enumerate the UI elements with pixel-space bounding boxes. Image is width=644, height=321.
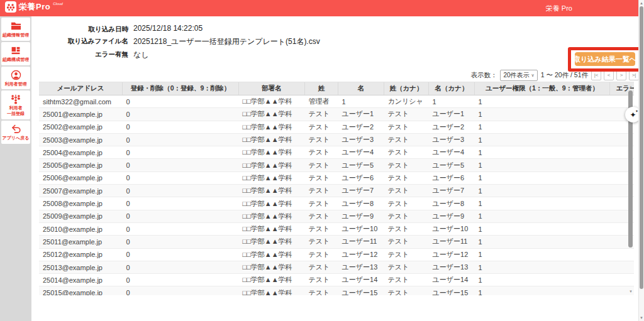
table-cell: 1 [475, 185, 610, 197]
table-cell: テスト [384, 210, 429, 222]
table-cell: テスト [384, 185, 429, 197]
table-cell: ユーザー4 [338, 146, 384, 159]
table-row: 25002@example.jp0□□学部▲▲学科テストユーザー2テストユーザー… [39, 121, 634, 133]
table-cell: 1 [475, 171, 610, 184]
column-header: ユーザー権限（1：一般、9：管理者） [475, 82, 610, 95]
pagination-range-label: 1 〜 20件 / 51件 [541, 71, 588, 80]
pagination-first-button[interactable]: |< [591, 70, 601, 80]
column-header: 名（カナ） [429, 82, 475, 95]
import-results-button[interactable]: 取り込み結果一覧へ [575, 52, 635, 66]
import-info-block: 取り込み日時2025/12/18 14:22:05取り込みファイル名202512… [53, 24, 320, 63]
table-cell: 0 [123, 236, 239, 248]
app-title: 栄養Pro [19, 1, 50, 13]
app-title-cloud-sup: Cloud [53, 1, 63, 6]
table-cell: □□学部▲▲学科 [239, 146, 305, 159]
app-logo[interactable]: 栄養Pro Cloud [5, 1, 63, 15]
info-label: 取り込み日時 [53, 24, 128, 34]
table-cell: □□学部▲▲学科 [239, 261, 305, 273]
table-cell: テスト [384, 133, 429, 146]
table-cell: 1 [429, 95, 475, 108]
table-cell: 0 [123, 197, 239, 210]
back-arrow-icon [11, 124, 21, 134]
table-cell: テスト [384, 197, 429, 210]
table-cell: 0 [123, 222, 239, 235]
table-cell: テスト [305, 286, 338, 295]
pagination-prev-button[interactable]: < [604, 70, 614, 80]
table-cell: テスト [305, 210, 338, 222]
sidebar-item-label: 組織構成管理 [3, 57, 29, 63]
page-scroll-down-icon[interactable]: ▼ [639, 316, 644, 320]
sidebar-item-3[interactable]: 利用者管理 [1, 67, 30, 90]
pagination-buttons: |<<>>| [591, 70, 639, 80]
column-header: 姓 [305, 82, 338, 95]
info-value: 20251218_ユーザー一括登録用テンプレート(51名).csv [133, 36, 320, 47]
table-cell: ユーザー4 [429, 146, 475, 159]
table-cell: テスト [384, 171, 429, 184]
table-cell: ユーザー5 [429, 159, 475, 171]
table-cell: □□学部▲▲学科 [239, 108, 305, 121]
sidebar-item-label: アプリへ戻る [3, 136, 30, 141]
user-circle-icon [11, 70, 21, 80]
table-cell: 1 [338, 95, 384, 108]
table-cell: 1 [475, 146, 610, 159]
table-cell: テスト [384, 146, 429, 159]
table-cell: テスト [305, 121, 338, 133]
table-cell: テスト [384, 159, 429, 171]
display-count-label: 表示数： [470, 71, 497, 80]
scroll-down-icon[interactable]: ▼ [628, 290, 633, 293]
sidebar-item-2[interactable]: 組織構成管理 [1, 42, 30, 65]
table-cell: ユーザー10 [338, 222, 384, 235]
table-cell: ユーザー10 [429, 222, 475, 235]
table-cell: 25012@example.jp [39, 248, 123, 261]
table-cell: ユーザー13 [338, 261, 384, 273]
table-cell: ユーザー1 [338, 108, 384, 121]
table-cell: ユーザー6 [338, 171, 384, 184]
table-cell: 1 [475, 222, 610, 235]
pagination-next-button[interactable]: > [616, 70, 626, 80]
table-row: sithtm322@gmail.com0□□学部▲▲学科管理者1カンリシャ11 [39, 95, 634, 108]
table-cell: テスト [384, 286, 429, 295]
pagination-last-button[interactable]: >| [629, 70, 639, 80]
table-cell: ユーザー2 [429, 121, 475, 133]
table-cell: 1 [475, 236, 610, 248]
table-cell: 0 [123, 171, 239, 184]
sidebar-item-5[interactable]: アプリへ戻る [1, 121, 30, 144]
table-cell: 0 [123, 261, 239, 273]
table-row: 25008@example.jp0□□学部▲▲学科テストユーザー8テストユーザー… [39, 197, 634, 210]
header-right-title: 栄養 Pro [546, 0, 572, 16]
sidebar-item-4[interactable]: 利用者一括登録 [1, 90, 30, 119]
table-cell: テスト [305, 108, 338, 121]
table-cell: 0 [123, 146, 239, 159]
table-cell: 0 [123, 121, 239, 133]
page-size-value: 20件表示 [503, 71, 529, 80]
page-scroll-up-icon[interactable]: ▲ [639, 1, 644, 5]
table-cell: 0 [123, 185, 239, 197]
table-cell: テスト [305, 274, 338, 286]
table-cell: □□学部▲▲学科 [239, 248, 305, 261]
table-cell: □□学部▲▲学科 [239, 133, 305, 146]
table-cell: ユーザー2 [338, 121, 384, 133]
table-row: 25009@example.jp0□□学部▲▲学科テストユーザー9テストユーザー… [39, 210, 634, 222]
table-cell: □□学部▲▲学科 [239, 236, 305, 248]
table-cell: ユーザー15 [429, 286, 475, 295]
info-value: 2025/12/18 14:22:05 [133, 24, 203, 33]
page-size-select[interactable]: 20件表示 ∨ [500, 70, 537, 81]
table-cell: カンリシャ [384, 95, 429, 108]
table-cell: 25007@example.jp [39, 185, 123, 197]
table-row: 25005@example.jp0□□学部▲▲学科テストユーザー5テストユーザー… [39, 159, 634, 171]
users-download-icon [10, 94, 21, 104]
chevron-down-icon: ∨ [531, 73, 535, 78]
page-scrollbar-thumb[interactable] [640, 6, 643, 289]
table-cell: 0 [123, 108, 239, 121]
table-cell: テスト [384, 261, 429, 273]
table-cell: 25004@example.jp [39, 146, 123, 159]
sidebar-item-label: 利用者管理 [5, 82, 27, 87]
column-header: 姓（カナ） [384, 82, 429, 95]
scroll-up-icon[interactable]: ▲ [628, 85, 633, 89]
page-scrollbar[interactable]: ▲ ▼ [638, 0, 644, 321]
table-cell: 0 [123, 274, 239, 286]
sidebar-item-1[interactable]: 組織情報管理 [1, 18, 30, 41]
org-blocks-icon [11, 45, 21, 56]
table-cell: 1 [475, 210, 610, 222]
table-row: 25011@example.jp0□□学部▲▲学科テストユーザー11テストユーザ… [39, 236, 634, 248]
